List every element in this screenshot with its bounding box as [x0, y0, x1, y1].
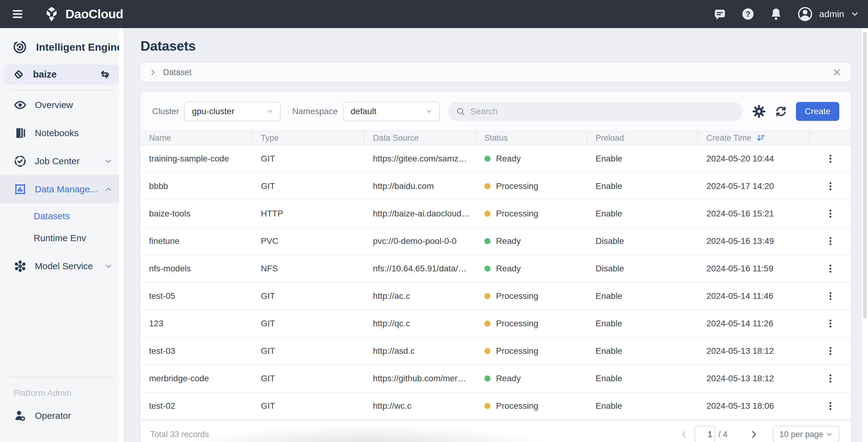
chevron-down-icon	[266, 107, 274, 115]
namespace-select[interactable]: default	[343, 102, 440, 121]
cell-preload: Enable	[587, 145, 698, 172]
sidebar-item-overview[interactable]: Overview	[0, 91, 123, 119]
workspace-icon	[12, 68, 25, 81]
sidebar-item-model-service[interactable]: Model Service	[0, 252, 123, 280]
cell-type: NFS	[252, 255, 364, 282]
chevron-down-icon	[825, 431, 833, 438]
row-actions-kebab-icon[interactable]	[810, 365, 851, 392]
status-dot	[485, 375, 491, 382]
cell-name: merbridge-code	[141, 365, 252, 392]
menu-toggle-icon[interactable]	[11, 7, 26, 21]
status-dot	[485, 320, 491, 327]
cell-status: Processing	[476, 338, 587, 365]
sidebar-item-data-management[interactable]: Data Manage...	[0, 175, 123, 203]
refresh-icon[interactable]	[774, 104, 788, 119]
column-header-status[interactable]: Status	[476, 131, 587, 145]
table-row[interactable]: merbridge-codeGIThttps://github.com/merb…	[141, 365, 851, 392]
table-row[interactable]: test-02GIThttp://wc.cProcessingEnable202…	[141, 392, 851, 420]
previous-page-icon[interactable]	[678, 428, 690, 440]
column-header-type[interactable]: Type	[252, 131, 364, 145]
brand-logo[interactable]: DaoCloud	[43, 6, 123, 22]
notebook-icon	[13, 126, 27, 140]
cell-preload: Disable	[587, 228, 698, 255]
cell-name: test-02	[141, 392, 252, 419]
cell-preload: Enable	[587, 173, 698, 200]
row-actions-kebab-icon[interactable]	[810, 338, 851, 365]
user-chevron-down-icon	[850, 9, 860, 19]
sidebar-item-notebooks[interactable]: Notebooks	[0, 119, 123, 147]
chevron-down-icon	[425, 107, 433, 115]
cell-data-source: http://wc.c	[364, 392, 476, 419]
table-row[interactable]: test-03GIThttp://asd.cProcessingEnable20…	[141, 338, 851, 365]
sidebar-item-runtime-env[interactable]: Runtime Env	[0, 227, 123, 249]
sidebar-divider	[10, 377, 114, 377]
workspace-selector[interactable]: baize	[4, 65, 119, 84]
cell-create-time: 2024-05-14 11:46	[698, 283, 810, 310]
total-records: Total 33 records	[150, 430, 209, 439]
search-input[interactable]	[470, 106, 735, 116]
cell-name: test-03	[141, 338, 252, 365]
create-button[interactable]: Create	[796, 102, 839, 121]
cell-name: training-sample-code	[141, 145, 252, 172]
cell-type: GIT	[252, 365, 364, 392]
operator-icon	[13, 409, 27, 422]
table-row[interactable]: baize-toolsHTTPhttp://baize-ai.daocloud.…	[141, 200, 851, 228]
data-management-subnav: Datasets Runtime Env	[0, 203, 123, 249]
cell-data-source: http://qc.c	[364, 310, 476, 337]
help-icon[interactable]: ?	[741, 7, 755, 21]
notifications-bell-icon[interactable]	[769, 7, 783, 21]
switch-workspace-icon[interactable]	[98, 68, 111, 81]
row-actions-kebab-icon[interactable]	[810, 145, 851, 172]
table-row[interactable]: bbbbGIThttp://baidu.comProcessingEnable2…	[141, 173, 851, 200]
table-row[interactable]: 123GIThttp://qc.cProcessingEnable2024-05…	[141, 310, 851, 338]
next-page-icon[interactable]	[748, 428, 760, 440]
sidebar: Intelligent Engine baize	[0, 28, 123, 442]
settings-gear-icon[interactable]	[752, 104, 766, 119]
cell-status: Ready	[476, 255, 587, 282]
datasets-card: Cluster gpu-cluster Namespace default	[141, 92, 851, 442]
chevron-right-icon[interactable]	[149, 68, 157, 76]
row-actions-kebab-icon[interactable]	[810, 283, 851, 310]
row-actions-kebab-icon[interactable]	[810, 173, 851, 200]
vertical-scrollbar[interactable]	[862, 28, 868, 442]
product-header: Intelligent Engine	[0, 28, 123, 58]
scrollbar-thumb[interactable]	[863, 32, 867, 319]
sidebar-scrollbar[interactable]	[119, 28, 123, 442]
avatar	[797, 6, 813, 22]
cell-create-time: 2024-05-16 13:49	[698, 228, 810, 255]
row-actions-kebab-icon[interactable]	[810, 200, 851, 227]
search-box[interactable]	[448, 102, 743, 121]
column-header-actions	[810, 131, 851, 145]
column-header-create-time[interactable]: Create Time	[698, 131, 810, 145]
page-number-input[interactable]	[694, 426, 715, 442]
table-row[interactable]: training-sample-codeGIThttps://gitee.com…	[141, 145, 851, 173]
table-row[interactable]: finetunePVCpvc://0-demo-pool-0-0ReadyDis…	[141, 228, 851, 255]
sidebar-item-job-center[interactable]: Job Center	[0, 147, 123, 175]
row-actions-kebab-icon[interactable]	[810, 392, 851, 419]
column-header-data-source[interactable]: Data Source	[364, 131, 476, 145]
cell-preload: Enable	[587, 392, 698, 419]
per-page-select[interactable]: 10 per page	[773, 426, 839, 442]
page-total: / 4	[718, 430, 727, 439]
sort-descending-icon[interactable]	[756, 133, 765, 143]
table-row[interactable]: test-05GIThttp://ac.cProcessingEnable202…	[141, 283, 851, 310]
column-header-name[interactable]: Name	[141, 131, 252, 145]
cluster-select[interactable]: gpu-cluster	[184, 102, 281, 121]
status-dot	[485, 293, 491, 299]
user-menu[interactable]: admin	[797, 6, 860, 22]
column-header-preload[interactable]: Preload	[587, 131, 698, 145]
data-management-icon	[13, 183, 27, 196]
status-dot	[485, 265, 491, 272]
row-actions-kebab-icon[interactable]	[810, 255, 851, 282]
cell-status: Processing	[476, 173, 587, 200]
table-row[interactable]: nfs-modelsNFSnfs://10.64.65.91/data/ndx.…	[141, 255, 851, 283]
close-icon[interactable]	[832, 67, 842, 77]
sidebar-item-operator[interactable]: Operator	[0, 402, 123, 430]
breadcrumb: Dataset	[163, 68, 191, 77]
cluster-label: Cluster	[152, 106, 179, 116]
row-actions-kebab-icon[interactable]	[810, 310, 851, 337]
row-actions-kebab-icon[interactable]	[810, 228, 851, 255]
sidebar-item-datasets[interactable]: Datasets	[0, 205, 123, 227]
status-dot	[485, 156, 491, 162]
messages-icon[interactable]	[713, 7, 727, 21]
